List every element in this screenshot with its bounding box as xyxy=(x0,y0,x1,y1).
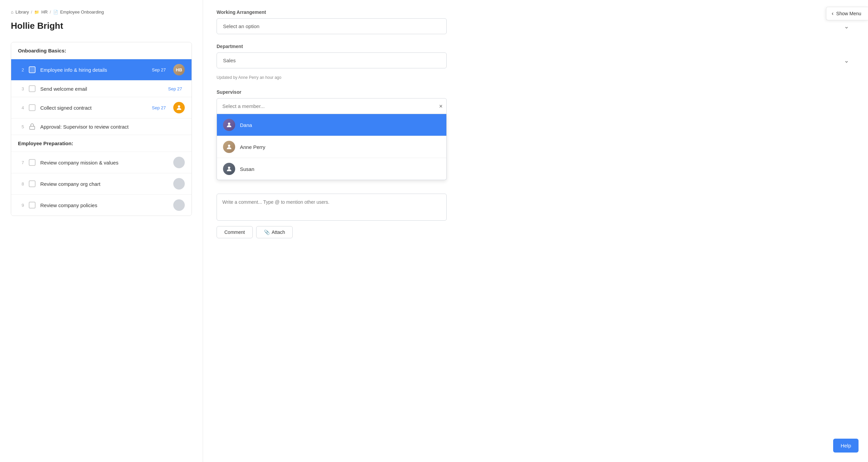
task-label: Approval: Supervisor to review contract xyxy=(40,124,185,130)
supervisor-search-input[interactable] xyxy=(217,98,447,114)
svg-point-0 xyxy=(178,105,180,108)
section1-header: Onboarding Basics: xyxy=(11,42,192,59)
supervisor-name: Anne Perry xyxy=(240,144,265,150)
working-arrangement-label: Working Arrangement xyxy=(217,9,854,15)
task-label: Collect signed contract xyxy=(40,105,147,111)
working-arrangement-select[interactable]: Select an option xyxy=(217,18,447,34)
breadcrumb-hr[interactable]: HR xyxy=(41,9,48,15)
comment-section: Comment 📎 Attach xyxy=(217,194,854,238)
page-title: Hollie Bright xyxy=(11,21,192,31)
supervisor-dropdown: Dana Anne Perry Susan xyxy=(217,114,447,180)
task-item[interactable]: 3 Send welcome email Sep 27 xyxy=(11,80,192,97)
breadcrumb-folder-icon: 📁 xyxy=(34,10,39,15)
tasks-card: Onboarding Basics: 2 Employee info & hir… xyxy=(11,42,192,216)
approval-icon xyxy=(29,123,36,130)
avatar xyxy=(173,157,185,168)
show-menu-button[interactable]: ‹ Show Menu xyxy=(826,7,868,20)
task-label: Send welcome email xyxy=(40,86,163,92)
task-label: Employee info & hiring details xyxy=(40,67,147,73)
svg-rect-1 xyxy=(30,126,35,129)
supervisor-name: Dana xyxy=(240,122,252,128)
attach-button[interactable]: 📎 Attach xyxy=(256,226,293,238)
chevron-down-icon: ⌄ xyxy=(844,57,849,64)
department-label: Department xyxy=(217,44,854,49)
supervisor-input-wrapper: × xyxy=(217,98,447,114)
comment-input[interactable] xyxy=(217,194,447,221)
chevron-down-icon: ⌄ xyxy=(844,23,849,30)
task-label: Review company policies xyxy=(40,202,169,208)
supervisor-name: Susan xyxy=(240,166,254,172)
left-panel: ⌂ Library / 📁 HR / 📄 Employee Onboarding… xyxy=(0,0,203,462)
breadcrumb-onboarding[interactable]: Employee Onboarding xyxy=(60,9,104,15)
comment-actions: Comment 📎 Attach xyxy=(217,226,854,238)
task-date: Sep 27 xyxy=(152,105,166,110)
task-number: 5 xyxy=(18,124,24,129)
supervisor-option-anne[interactable]: Anne Perry xyxy=(217,136,446,158)
task-date: Sep 27 xyxy=(168,86,182,91)
breadcrumb: ⌂ Library / 📁 HR / 📄 Employee Onboarding xyxy=(11,9,192,15)
working-arrangement-dropdown-wrapper: Select an option ⌄ xyxy=(217,18,854,34)
svg-point-4 xyxy=(228,167,230,169)
task-checkbox[interactable] xyxy=(29,180,36,187)
breadcrumb-sep2: / xyxy=(50,9,51,15)
right-panel: Working Arrangement Select an option ⌄ D… xyxy=(203,0,868,462)
avatar xyxy=(173,178,185,190)
breadcrumb-library[interactable]: Library xyxy=(16,9,29,15)
task-number: 8 xyxy=(18,181,24,186)
task-item[interactable]: 7 Review company mission & values xyxy=(11,152,192,173)
avatar-anne xyxy=(223,141,235,153)
updated-text: Updated by Anne Perry an hour ago xyxy=(217,75,854,80)
task-item[interactable]: 9 Review company policies xyxy=(11,194,192,216)
task-number: 4 xyxy=(18,105,24,110)
avatar-dana xyxy=(223,119,235,131)
task-item[interactable]: 4 Collect signed contract Sep 27 xyxy=(11,97,192,118)
supervisor-option-susan[interactable]: Susan xyxy=(217,158,446,180)
task-checkbox[interactable] xyxy=(29,104,36,111)
task-item[interactable]: 2 Employee info & hiring details Sep 27 … xyxy=(11,59,192,80)
task-checkbox[interactable] xyxy=(29,66,36,73)
breadcrumb-home-icon: ⌂ xyxy=(11,9,14,15)
paperclip-icon: 📎 xyxy=(264,229,270,235)
avatar xyxy=(173,199,185,211)
help-button[interactable]: Help xyxy=(833,439,859,453)
task-checkbox[interactable] xyxy=(29,202,36,208)
task-label: Review company mission & values xyxy=(40,160,169,166)
task-item[interactable]: 8 Review company org chart xyxy=(11,173,192,194)
task-number: 2 xyxy=(18,67,24,72)
show-menu-label: Show Menu xyxy=(836,11,861,16)
task-label: Review company org chart xyxy=(40,181,169,187)
department-select[interactable]: Sales xyxy=(217,52,447,68)
department-dropdown-wrapper: Sales ⌄ xyxy=(217,52,854,68)
task-date: Sep 27 xyxy=(152,67,166,72)
task-checkbox[interactable] xyxy=(29,85,36,92)
svg-point-3 xyxy=(228,145,230,147)
section2-header: Employee Preparation: xyxy=(11,135,192,152)
avatar xyxy=(173,102,185,113)
task-checkbox[interactable] xyxy=(29,159,36,166)
comment-button[interactable]: Comment xyxy=(217,226,253,238)
supervisor-label: Supervisor xyxy=(217,89,854,95)
supervisor-option-dana[interactable]: Dana xyxy=(217,114,446,136)
task-number: 3 xyxy=(18,86,24,91)
chevron-left-icon: ‹ xyxy=(832,10,833,17)
close-icon[interactable]: × xyxy=(439,103,443,110)
avatar-susan xyxy=(223,163,235,175)
avatar: HB xyxy=(173,64,185,75)
breadcrumb-doc-icon: 📄 xyxy=(53,10,58,15)
svg-point-2 xyxy=(228,123,230,125)
task-number: 9 xyxy=(18,203,24,208)
task-number: 7 xyxy=(18,160,24,165)
task-item-approval[interactable]: 5 Approval: Supervisor to review contrac… xyxy=(11,118,192,135)
breadcrumb-sep1: / xyxy=(31,9,32,15)
